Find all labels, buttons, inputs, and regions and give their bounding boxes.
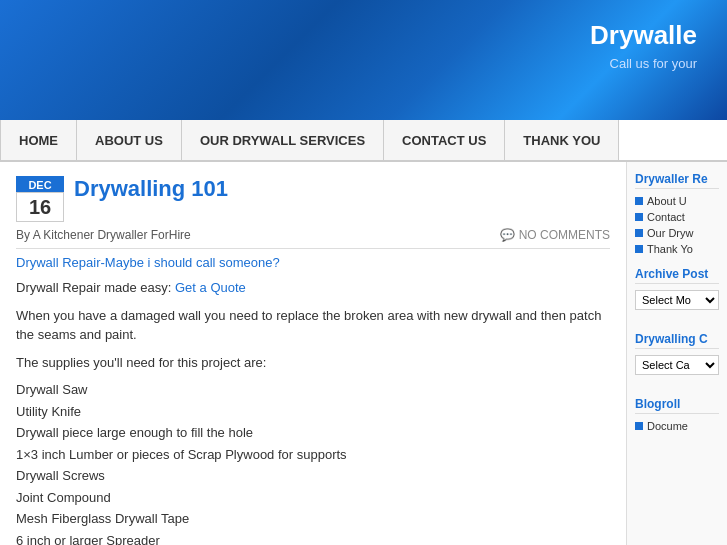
post-title: Drywalling 101 <box>74 176 228 202</box>
supply-item: 6 inch or larger Spreader <box>16 531 610 546</box>
bullet-icon <box>635 213 643 221</box>
supply-item: 1×3 inch Lumber or pieces of Scrap Plywo… <box>16 445 610 465</box>
supply-item: Utility Knife <box>16 402 610 422</box>
date-badge: DEC 16 <box>16 176 64 222</box>
post-body: Drywall Repair made easy: Get a Quote Wh… <box>16 278 610 545</box>
header-title: Drywalle <box>590 20 697 51</box>
sidebar-section1-title: Drywaller Re <box>635 172 719 189</box>
bullet-icon <box>635 422 643 430</box>
sidebar-link-services[interactable]: Our Dryw <box>635 227 719 239</box>
post-meta: By A Kitchener Drywaller ForHire 💬 NO CO… <box>16 228 610 249</box>
bullet-icon <box>635 229 643 237</box>
header: Drywalle Call us for your <box>0 0 727 120</box>
supply-item: Drywall piece large enough to fill the h… <box>16 423 610 443</box>
sidebar: Drywaller Re About U Contact Our Dryw Th… <box>627 162 727 545</box>
post-author: By A Kitchener Drywaller ForHire <box>16 228 191 242</box>
intro-text: Drywall Repair made easy: <box>16 280 171 295</box>
supply-item: Drywall Screws <box>16 466 610 486</box>
archive-select[interactable]: Select Mo <box>635 290 719 310</box>
para1: When you have a damaged wall you need to… <box>16 306 610 345</box>
no-comments: 💬 NO COMMENTS <box>500 228 610 242</box>
nav-item-services[interactable]: OUR DRYWALL SERVICES <box>182 120 384 160</box>
nav-item-thankyou[interactable]: THANK YOU <box>505 120 619 160</box>
bullet-icon <box>635 245 643 253</box>
nav-item-about[interactable]: ABOUT US <box>77 120 182 160</box>
header-subtitle: Call us for your <box>610 56 697 71</box>
sidebar-section4-title: Blogroll <box>635 397 719 414</box>
sidebar-section3-title: Drywalling C <box>635 332 719 349</box>
para2: The supplies you'll need for this projec… <box>16 353 610 373</box>
bullet-icon <box>635 197 643 205</box>
sidebar-link-docume[interactable]: Docume <box>635 420 719 432</box>
sidebar-link-about[interactable]: About U <box>635 195 719 207</box>
sidebar-link-thank[interactable]: Thank Yo <box>635 243 719 255</box>
supplies-list: Drywall Saw Utility Knife Drywall piece … <box>16 380 610 545</box>
post-link[interactable]: Drywall Repair-Maybe i should call someo… <box>16 255 610 270</box>
supply-item: Mesh Fiberglass Drywall Tape <box>16 509 610 529</box>
supply-item: Joint Compound <box>16 488 610 508</box>
nav-item-contact[interactable]: CONTACT US <box>384 120 505 160</box>
main-content: DEC 16 Drywalling 101 By A Kitchener Dry… <box>0 162 627 545</box>
sidebar-link-contact[interactable]: Contact <box>635 211 719 223</box>
get-quote-link[interactable]: Get a Quote <box>175 280 246 295</box>
nav-bar: HOME ABOUT US OUR DRYWALL SERVICES CONTA… <box>0 120 727 162</box>
category-select[interactable]: Select Ca <box>635 355 719 375</box>
comment-icon: 💬 <box>500 228 515 242</box>
supply-item: Drywall Saw <box>16 380 610 400</box>
sidebar-section2-title: Archive Post <box>635 267 719 284</box>
nav-item-home[interactable]: HOME <box>0 120 77 160</box>
